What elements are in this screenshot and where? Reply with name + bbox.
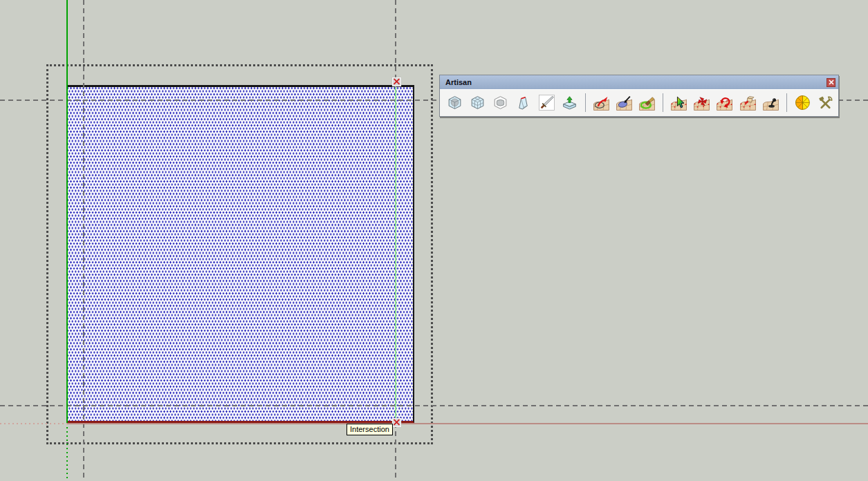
crease-icon[interactable] — [515, 94, 532, 112]
twist-brush-icon[interactable] — [716, 94, 733, 112]
extrude-icon[interactable] — [561, 94, 578, 112]
options-icon[interactable] — [817, 94, 834, 112]
manipulate-brush-icon[interactable] — [762, 94, 779, 112]
guide-line-horizontal-bottom — [0, 405, 868, 406]
grab-brush-icon[interactable] — [739, 94, 757, 112]
guide-line-vertical-left — [83, 0, 84, 481]
intersection-x-marker-bottom — [392, 418, 401, 427]
subdivide-icon[interactable] — [469, 94, 486, 112]
subdivide-smooth-icon[interactable] — [446, 94, 463, 112]
knife-icon[interactable] — [538, 94, 555, 112]
artisan-toolbar-titlebar[interactable]: Artisan — [440, 75, 838, 89]
sketchup-viewport[interactable]: Intersection Artisan — [0, 0, 868, 481]
intersection-x-marker-top — [392, 77, 401, 86]
green-axis-line — [66, 0, 68, 423]
close-button[interactable] — [827, 78, 835, 87]
red-axis-line — [67, 423, 868, 424]
pinch-brush-icon[interactable] — [693, 94, 710, 112]
smooth-icon[interactable] — [492, 94, 509, 112]
sculpt-flatten-brush-icon[interactable] — [616, 94, 633, 112]
intersection-tooltip: Intersection — [347, 424, 393, 435]
green-axis-dotted-line — [66, 423, 68, 481]
toolbar-separator — [786, 93, 787, 112]
selected-face[interactable] — [67, 85, 414, 423]
close-icon — [829, 79, 834, 85]
toolbar-title: Artisan — [445, 78, 827, 86]
toolbar-separator — [585, 93, 586, 112]
toolbar-separator — [663, 93, 663, 112]
paint-brush-icon[interactable] — [638, 94, 656, 112]
sculpt-raise-brush-icon[interactable] — [593, 94, 610, 112]
select-brush-icon[interactable] — [670, 94, 687, 112]
red-axis-dotted-line — [0, 423, 67, 424]
toolbar-buttons-row — [440, 89, 838, 116]
artisan-toolbar[interactable]: Artisan — [439, 75, 839, 117]
mirror-icon[interactable] — [794, 94, 811, 112]
inference-line — [395, 87, 396, 421]
